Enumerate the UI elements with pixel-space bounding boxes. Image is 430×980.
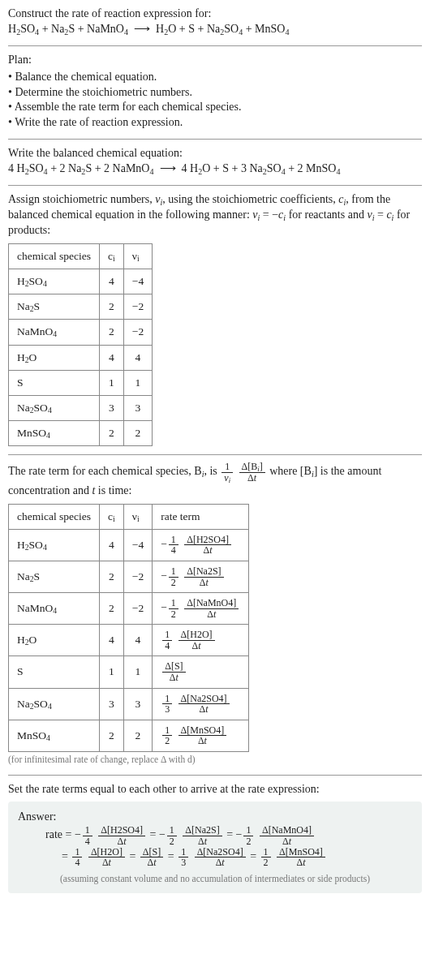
cell-ci: 2: [100, 593, 124, 625]
divider: [8, 775, 422, 776]
rateterm-rows: H2SO4 4 −4 −14 Δ[H2SO4]Δt Na2S 2 −2 −12 …: [9, 529, 249, 751]
final-intro: Set the rate terms equal to each other t…: [8, 782, 422, 797]
stoich-table: chemical species ci νi H2SO4 4 −4 Na2S 2…: [8, 243, 153, 447]
unbalanced-reaction: H2SO4 + Na2S + NaMnO4 ⟶ H2O + S + Na2SO4…: [8, 22, 422, 37]
cell-ci: 4: [100, 625, 124, 656]
cell-rate: Δ[S]Δt: [153, 656, 249, 688]
prompt: Construct the rate of reaction expressio…: [8, 6, 422, 37]
table-row: Na2S 2 −2 −12 Δ[Na2S]Δt: [9, 561, 249, 592]
table-row: NaMnO4 2 −2 −12 Δ[NaMnO4]Δt: [9, 593, 249, 625]
cell-vi: 1: [123, 370, 152, 395]
rateterm-table: chemical species ci νi rate term H2SO4 4…: [8, 504, 249, 753]
cell-vi: 3: [123, 396, 152, 421]
cell-ci: 1: [100, 370, 124, 395]
cell-vi: 4: [123, 345, 152, 370]
cell-vi: −4: [123, 529, 152, 561]
col-ci: ci: [100, 243, 124, 269]
cell-species: H2O: [9, 345, 100, 370]
stoich-intro: Assign stoichiometric numbers, νi, using…: [8, 192, 422, 239]
cell-ci: 2: [100, 421, 124, 446]
cell-ci: 2: [100, 320, 124, 345]
stoich-rows: H2SO4 4 −4 Na2S 2 −2 NaMnO4 2 −2 H2O 4 4…: [9, 269, 153, 446]
cell-vi: −2: [123, 593, 152, 625]
cell-species: MnSO4: [9, 720, 100, 751]
table-row: NaMnO4 2 −2: [9, 320, 153, 345]
cell-species: S: [9, 656, 100, 688]
cell-species: NaMnO4: [9, 320, 100, 345]
cell-vi: 2: [123, 421, 152, 446]
table-row: Na2S 2 −2: [9, 294, 153, 320]
table-row: Na2SO4 3 3: [9, 396, 153, 421]
cell-ci: 3: [100, 396, 124, 421]
col-species: chemical species: [9, 243, 100, 269]
cell-vi: 4: [123, 625, 152, 656]
stoich-section: Assign stoichiometric numbers, νi, using…: [8, 192, 422, 446]
balanced-reaction: 4 H2SO4 + 2 Na2S + 2 NaMnO4 ⟶ 4 H2O + S …: [8, 161, 422, 177]
plan-item: • Determine the stoichiometric numbers.: [8, 85, 422, 101]
cell-rate: 12 Δ[MnSO4]Δt: [153, 720, 249, 751]
cell-ci: 4: [100, 269, 124, 294]
plan: Plan: • Balance the chemical equation. •…: [8, 53, 422, 131]
cell-species: MnSO4: [9, 421, 100, 446]
rateterm-section: The rate term for each chemical species,…: [8, 462, 422, 766]
cell-ci: 4: [100, 345, 124, 370]
plan-item: • Write the rate of reaction expression.: [8, 115, 422, 131]
divider: [8, 45, 422, 46]
table-row: MnSO4 2 2 12 Δ[MnSO4]Δt: [9, 720, 249, 751]
balanced-intro: Write the balanced chemical equation:: [8, 146, 422, 161]
rateterm-intro: The rate term for each chemical species,…: [8, 462, 422, 498]
cell-species: Na2SO4: [9, 688, 100, 720]
divider: [8, 185, 422, 186]
cell-rate: −12 Δ[NaMnO4]Δt: [153, 593, 249, 625]
cell-species: Na2S: [9, 294, 100, 320]
cell-ci: 4: [100, 529, 124, 561]
cell-species: NaMnO4: [9, 593, 100, 625]
cell-ci: 1: [100, 656, 124, 688]
divider: [8, 139, 422, 140]
col-rate: rate term: [153, 504, 249, 529]
col-species: chemical species: [9, 504, 100, 529]
balanced-section: Write the balanced chemical equation: 4 …: [8, 146, 422, 177]
cell-species: S: [9, 370, 100, 395]
prompt-line1: Construct the rate of reaction expressio…: [8, 6, 422, 22]
cell-rate: 14 Δ[H2O]Δt: [153, 625, 249, 656]
plan-items: • Balance the chemical equation. • Deter…: [8, 70, 422, 131]
cell-rate: −12 Δ[Na2S]Δt: [153, 561, 249, 592]
rateterm-footnote: (for infinitesimal rate of change, repla…: [8, 754, 422, 767]
cell-ci: 2: [100, 294, 124, 320]
table-row: H2SO4 4 −4: [9, 269, 153, 294]
table-row: S 1 1 Δ[S]Δt: [9, 656, 249, 688]
col-ci: ci: [100, 504, 124, 529]
answer-line2: = 14 Δ[H2O]Δt = Δ[S]Δt = 13 Δ[Na2SO4]Δt …: [62, 847, 412, 868]
cell-rate: 13 Δ[Na2SO4]Δt: [153, 688, 249, 720]
answer-note: (assuming constant volume and no accumul…: [18, 873, 412, 886]
answer-line1: rate = −14 Δ[H2SO4]Δt = −12 Δ[Na2S]Δt = …: [45, 825, 412, 846]
table-row: Na2SO4 3 3 13 Δ[Na2SO4]Δt: [9, 688, 249, 720]
plan-item: • Balance the chemical equation.: [8, 70, 422, 85]
answer-label: Answer:: [18, 810, 412, 825]
cell-vi: 1: [123, 656, 152, 688]
answer-box: Answer: rate = −14 Δ[H2SO4]Δt = −12 Δ[Na…: [8, 802, 422, 893]
cell-vi: −2: [123, 294, 152, 320]
plan-title: Plan:: [8, 53, 422, 68]
cell-vi: 3: [123, 688, 152, 720]
cell-vi: −2: [123, 561, 152, 592]
cell-species: H2O: [9, 625, 100, 656]
table-row: S 1 1: [9, 370, 153, 395]
col-vi: νi: [123, 243, 152, 269]
table-row: MnSO4 2 2: [9, 421, 153, 446]
cell-ci: 2: [100, 561, 124, 592]
divider: [8, 454, 422, 455]
cell-ci: 2: [100, 720, 124, 751]
cell-rate: −14 Δ[H2SO4]Δt: [153, 529, 249, 561]
cell-ci: 3: [100, 688, 124, 720]
table-row: H2O 4 4: [9, 345, 153, 370]
cell-vi: −4: [123, 269, 152, 294]
cell-species: Na2SO4: [9, 396, 100, 421]
cell-species: Na2S: [9, 561, 100, 592]
cell-species: H2SO4: [9, 269, 100, 294]
cell-species: H2SO4: [9, 529, 100, 561]
table-row: H2O 4 4 14 Δ[H2O]Δt: [9, 625, 249, 656]
table-row: H2SO4 4 −4 −14 Δ[H2SO4]Δt: [9, 529, 249, 561]
cell-vi: −2: [123, 320, 152, 345]
